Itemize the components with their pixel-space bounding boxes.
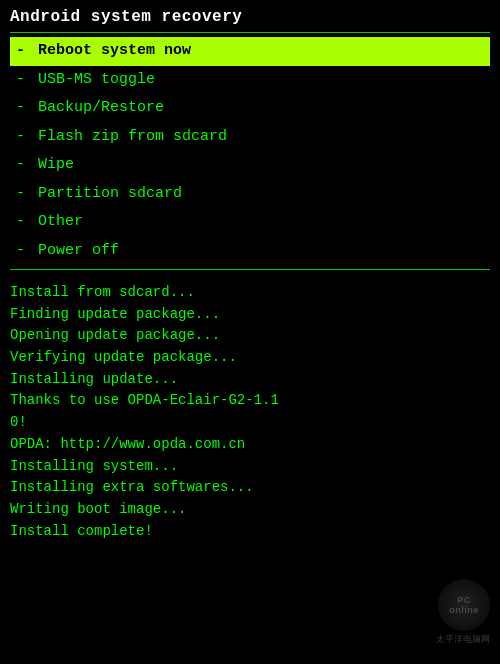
recovery-screen: Android system recovery - Reboot system … — [0, 0, 500, 664]
log-line-3: Verifying update package... — [10, 347, 490, 369]
menu-section: - Reboot system now- USB-MS toggle- Back… — [10, 32, 490, 270]
menu-item-2[interactable]: - Backup/Restore — [10, 94, 490, 123]
log-line-5: Thanks to use OPDA-Eclair-G2-1.1 — [10, 390, 490, 412]
menu-item-5[interactable]: - Partition sdcard — [10, 180, 490, 209]
watermark: PConline 太平洋电脑网 — [436, 579, 490, 646]
log-line-6: 0! — [10, 412, 490, 434]
log-line-10: Writing boot image... — [10, 499, 490, 521]
log-line-11: Install complete! — [10, 521, 490, 543]
menu-item-3[interactable]: - Flash zip from sdcard — [10, 123, 490, 152]
log-line-2: Opening update package... — [10, 325, 490, 347]
log-line-0: Install from sdcard... — [10, 282, 490, 304]
log-line-1: Finding update package... — [10, 304, 490, 326]
watermark-circle: PConline — [438, 579, 490, 631]
watermark-subtext: 太平洋电脑网 — [436, 633, 490, 646]
title: Android system recovery — [10, 8, 490, 26]
log-section: Install from sdcard...Finding update pac… — [10, 278, 490, 546]
menu-item-6[interactable]: - Other — [10, 208, 490, 237]
log-line-4: Installing update... — [10, 369, 490, 391]
menu-item-4[interactable]: - Wipe — [10, 151, 490, 180]
menu-item-7[interactable]: - Power off — [10, 237, 490, 266]
menu-item-0[interactable]: - Reboot system now — [10, 37, 490, 66]
watermark-logo: PConline 太平洋电脑网 — [436, 579, 490, 646]
log-line-9: Installing extra softwares... — [10, 477, 490, 499]
log-line-8: Installing system... — [10, 456, 490, 478]
log-line-7: OPDA: http://www.opda.com.cn — [10, 434, 490, 456]
menu-item-1[interactable]: - USB-MS toggle — [10, 66, 490, 95]
